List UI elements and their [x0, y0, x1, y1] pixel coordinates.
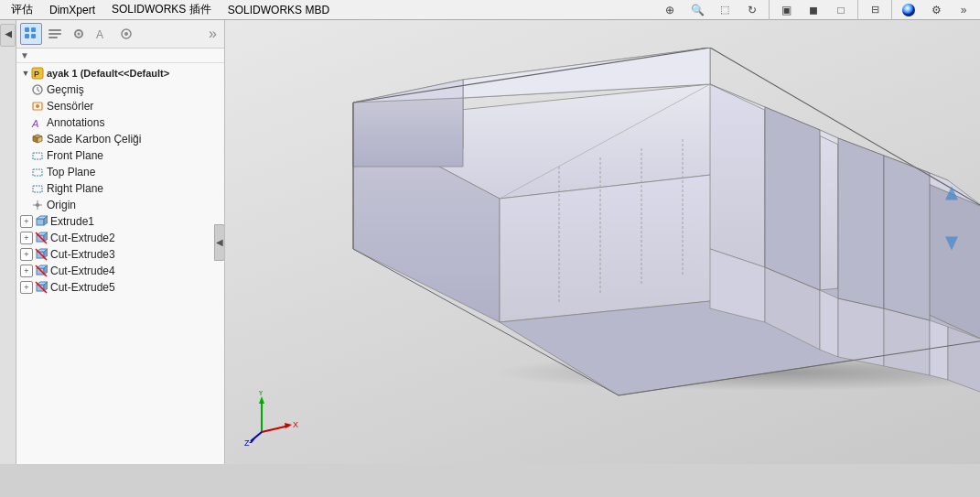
- svg-marker-53: [838, 298, 884, 366]
- svg-marker-75: [945, 187, 958, 200]
- svg-marker-76: [945, 237, 958, 251]
- tree-item-cut-extrude2[interactable]: + Cut-Extrude2: [16, 230, 224, 246]
- tree-item-sensors-label: Sensörler: [47, 100, 93, 113]
- feature-tree: ▼ P ayak 1 (Default<<Default> Geçmiş Sen…: [16, 63, 224, 464]
- tree-item-extrude1-label: Extrude1: [50, 215, 94, 228]
- svg-line-72: [251, 432, 262, 441]
- svg-text:X: X: [293, 420, 298, 429]
- property-manager-btn[interactable]: [44, 23, 66, 45]
- tree-item-cut-extrude3-label: Cut-Extrude3: [50, 248, 115, 261]
- menu-dimxpert[interactable]: DimXpert: [42, 2, 102, 18]
- display-manager-btn[interactable]: [115, 23, 137, 45]
- zoom-to-fit-btn[interactable]: ⊕: [657, 0, 683, 23]
- material-icon: [31, 133, 44, 146]
- tree-item-extrude1[interactable]: + Extrude1: [16, 213, 224, 230]
- expand-sidebar-btn[interactable]: »: [205, 26, 221, 42]
- cut-extrude4-expand[interactable]: +: [20, 265, 33, 277]
- svg-text:Y: Y: [258, 391, 264, 397]
- tree-item-cut-extrude4[interactable]: + Cut-Extrude4: [16, 263, 224, 279]
- tree-item-top-plane[interactable]: Top Plane: [16, 164, 224, 180]
- zoom-in-btn[interactable]: 🔍: [684, 0, 710, 23]
- svg-text:P: P: [34, 70, 39, 79]
- axis-indicator: Y X Z: [243, 391, 298, 446]
- tree-root[interactable]: ▼ P ayak 1 (Default<<Default>: [16, 65, 224, 81]
- tree-item-origin-label: Origin: [47, 199, 76, 211]
- display2-btn[interactable]: ◼: [801, 0, 826, 23]
- display1-btn[interactable]: ▣: [773, 0, 799, 23]
- menu-plugins[interactable]: SOLIDWORKS 插件: [104, 0, 219, 19]
- tree-item-front-plane[interactable]: Front Plane: [16, 147, 224, 164]
- tree-item-annotations[interactable]: A Annotations: [16, 114, 224, 131]
- display3-btn[interactable]: □: [828, 0, 854, 23]
- separator2: [857, 0, 858, 21]
- more-btn[interactable]: »: [951, 0, 976, 23]
- svg-point-9: [78, 33, 81, 36]
- annotation-icon: A: [31, 116, 44, 129]
- filter-bar: ▼: [16, 49, 224, 63]
- feature-manager-btn[interactable]: [20, 23, 42, 45]
- svg-line-69: [262, 426, 289, 432]
- svg-marker-56: [948, 327, 980, 394]
- extrude1-expand[interactable]: +: [20, 215, 33, 228]
- nav-cube: [938, 182, 965, 258]
- cut-extrude4-icon: [35, 265, 48, 277]
- rotate-btn[interactable]: ↻: [739, 0, 765, 23]
- svg-rect-3: [25, 34, 29, 38]
- svg-point-21: [36, 203, 39, 207]
- tree-item-cut-extrude5[interactable]: + Cut-Extrude5: [16, 279, 224, 296]
- tree-item-material[interactable]: Sade Karbon Çeliği: [16, 131, 224, 147]
- sidebar-collapse-handle[interactable]: ◀: [214, 224, 225, 261]
- svg-marker-55: [930, 320, 948, 380]
- nav-arrows-svg: [938, 182, 965, 255]
- dimxpert-manager-btn[interactable]: A: [92, 23, 113, 45]
- origin-icon: [31, 199, 44, 211]
- cut-extrude5-expand[interactable]: +: [20, 281, 33, 294]
- plane-top-icon: [31, 166, 44, 178]
- tree-item-cut-extrude2-label: Cut-Extrude2: [50, 232, 115, 244]
- tree-item-origin[interactable]: Origin: [16, 197, 224, 213]
- tree-item-top-plane-label: Top Plane: [47, 166, 95, 178]
- svg-point-12: [124, 32, 128, 36]
- svg-rect-1: [25, 27, 29, 32]
- plane-front-icon: [31, 149, 44, 162]
- menu-bar: 评估 DimXpert SOLIDWORKS 插件 SOLIDWORKS MBD…: [0, 0, 980, 20]
- filter-icon: ▼: [20, 50, 29, 60]
- cut-extrude5-icon: [35, 281, 48, 294]
- zoom-area-btn[interactable]: ⬚: [712, 0, 738, 23]
- tree-item-gecmis-label: Geçmiş: [47, 83, 84, 96]
- tree-root-label: ayak 1 (Default<<Default>: [47, 68, 169, 79]
- cut-extrude2-expand[interactable]: +: [20, 232, 33, 244]
- model-svg: [298, 48, 980, 441]
- config-manager-btn[interactable]: [68, 23, 90, 45]
- tree-item-cut-extrude3[interactable]: + Cut-Extrude3: [16, 246, 224, 263]
- svg-marker-57: [765, 107, 820, 290]
- svg-rect-4: [31, 34, 36, 38]
- menu-mbd[interactable]: SOLIDWORKS MBD: [221, 2, 337, 18]
- svg-rect-2: [31, 27, 36, 32]
- tree-expand-root: ▼: [20, 69, 31, 78]
- svg-marker-70: [285, 423, 292, 428]
- section-btn[interactable]: ⊟: [862, 0, 888, 23]
- tree-item-right-plane[interactable]: Right Plane: [16, 180, 224, 197]
- menu-pinggu[interactable]: 评估: [4, 0, 40, 19]
- svg-marker-40: [353, 98, 463, 167]
- tree-item-gecmis[interactable]: Geçmiş: [16, 81, 224, 98]
- tree-item-cut-extrude5-label: Cut-Extrude5: [50, 281, 115, 294]
- color-btn[interactable]: [896, 0, 921, 23]
- left-tab-1[interactable]: ▶: [0, 24, 16, 47]
- tree-item-material-label: Sade Karbon Çeliği: [47, 133, 141, 146]
- feature-manager-sidebar: A » ▼ ▼ P ayak 1 (Default<<Default>: [16, 20, 225, 464]
- cut-extrude3-expand[interactable]: +: [20, 248, 33, 261]
- svg-point-17: [36, 104, 39, 108]
- viewport[interactable]: Y X Z: [225, 20, 980, 464]
- svg-rect-6: [48, 33, 61, 35]
- svg-marker-43: [820, 130, 838, 298]
- svg-marker-67: [259, 396, 264, 404]
- tree-item-sensors[interactable]: Sensörler: [16, 98, 224, 114]
- svg-rect-22: [37, 219, 44, 225]
- cut-extrude3-icon: [35, 248, 48, 261]
- separator: [769, 0, 770, 21]
- settings-btn[interactable]: ⚙: [923, 0, 949, 23]
- left-tab-bar: ▶: [0, 20, 16, 464]
- svg-text:A: A: [96, 28, 103, 41]
